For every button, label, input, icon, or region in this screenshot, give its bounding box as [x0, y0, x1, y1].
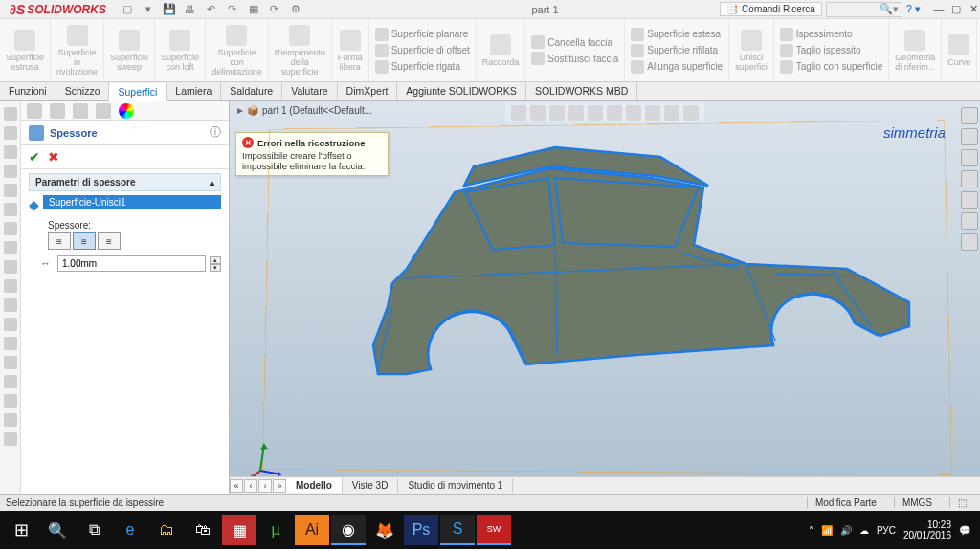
- save-icon[interactable]: 💾: [162, 2, 177, 17]
- 3d-viewport[interactable]: — ▢ ✕ ▸ 📦 part 1 (Default<<Default...: [230, 101, 980, 494]
- tool-icon[interactable]: [4, 432, 17, 446]
- tool-icon[interactable]: [4, 318, 17, 331]
- cmd-fill-surface[interactable]: Riempimento della superficie: [269, 19, 332, 81]
- tray-chevron-icon[interactable]: ˄: [809, 525, 813, 536]
- options-icon[interactable]: ⚙: [288, 2, 303, 17]
- explorer-icon[interactable]: 🗂: [149, 515, 184, 545]
- tray-volume-icon[interactable]: 🔊: [840, 525, 852, 536]
- rebuild-icon[interactable]: ⟳: [267, 2, 282, 17]
- cmd-boundary-surface[interactable]: Superficie con delimitazione: [206, 19, 269, 81]
- scene-icon[interactable]: [664, 105, 679, 121]
- tool-icon[interactable]: [4, 279, 17, 293]
- tab-saldature[interactable]: Saldature: [221, 82, 282, 100]
- tab-last[interactable]: »: [273, 479, 286, 493]
- config-manager-icon[interactable]: [73, 103, 88, 119]
- ok-button[interactable]: ✔: [29, 149, 40, 165]
- bottom-tab-studio-di-movimento-1[interactable]: Studio di movimento 1: [398, 478, 513, 493]
- cancel-button[interactable]: ✖: [48, 149, 59, 165]
- tool-icon[interactable]: [4, 260, 17, 274]
- redo-icon[interactable]: ↷: [225, 2, 240, 17]
- firefox-icon[interactable]: 🦊: [368, 515, 402, 545]
- tool-icon[interactable]: [4, 394, 17, 408]
- forum-icon[interactable]: [961, 233, 978, 251]
- undo-icon[interactable]: ↶: [204, 2, 219, 17]
- viewport-breadcrumb[interactable]: ▸ 📦 part 1 (Default<<Default...: [237, 103, 372, 117]
- new-icon[interactable]: ▢: [120, 2, 135, 17]
- view-orient-icon[interactable]: [588, 105, 603, 121]
- cmd-sweep-surface[interactable]: Superficie sweep: [104, 19, 155, 81]
- hide-show-icon[interactable]: [626, 105, 641, 121]
- tray-network-icon[interactable]: 📶: [821, 525, 833, 536]
- file-explorer-icon[interactable]: [961, 149, 978, 166]
- tool-icon[interactable]: [4, 107, 17, 121]
- status-units[interactable]: MMGS: [894, 497, 940, 508]
- appearance-manager-icon[interactable]: [119, 103, 134, 119]
- tool-icon[interactable]: [4, 126, 17, 140]
- cmd-untrim-surface[interactable]: Allunga superficie: [631, 59, 723, 75]
- select-icon[interactable]: ▦: [246, 2, 261, 17]
- cmd-loft-surface[interactable]: Superficie con loft: [155, 19, 206, 81]
- property-manager-icon[interactable]: [50, 103, 65, 119]
- section-view-icon[interactable]: [568, 105, 584, 121]
- prev-view-icon[interactable]: [549, 105, 565, 121]
- status-extra-icon[interactable]: ⬚: [949, 497, 974, 508]
- bottom-tab-modello[interactable]: Modello: [286, 478, 343, 493]
- cmd-replace-face[interactable]: Sostituisci faccia: [531, 51, 618, 66]
- tool-icon[interactable]: [4, 222, 17, 235]
- direction-side2-button[interactable]: ≡: [98, 232, 121, 250]
- utorrent-icon[interactable]: µ: [258, 515, 293, 545]
- tab-solidworks-mbd[interactable]: SOLIDWORKS MBD: [526, 82, 637, 100]
- display-style-icon[interactable]: [607, 105, 622, 121]
- spin-down[interactable]: ▾: [210, 264, 221, 272]
- open-icon[interactable]: ▾: [141, 2, 156, 17]
- cmd-planar-surface[interactable]: Superficie planare: [375, 27, 469, 42]
- back-arrow-icon[interactable]: ▸: [237, 103, 243, 117]
- tab-superfici[interactable]: Superfici: [109, 83, 167, 101]
- tab-dimxpert[interactable]: DimXpert: [338, 82, 398, 100]
- search-taskbar-icon[interactable]: 🔍: [40, 515, 75, 545]
- panel-help-icon[interactable]: ⓘ: [210, 124, 221, 141]
- print-icon[interactable]: 🖶: [183, 2, 198, 17]
- zoom-fit-icon[interactable]: [511, 105, 526, 121]
- bottom-tab-viste-3d[interactable]: Viste 3D: [343, 478, 399, 493]
- cmd-offset-surface[interactable]: Superficie di offset: [375, 43, 470, 58]
- tab-prev[interactable]: ‹: [244, 479, 257, 493]
- tool-icon[interactable]: [4, 356, 17, 369]
- spin-up[interactable]: ▴: [210, 256, 221, 264]
- direction-both-button[interactable]: ≡: [73, 232, 96, 250]
- chrome-icon[interactable]: ◉: [331, 515, 366, 545]
- skype-icon[interactable]: S: [440, 515, 475, 545]
- sw-resources-icon[interactable]: [961, 107, 978, 124]
- cmd-delete-face[interactable]: Cancella faccia: [531, 34, 612, 50]
- appearances-icon[interactable]: [961, 191, 978, 209]
- section-header[interactable]: Parametri di spessore▴: [29, 173, 221, 191]
- cmd-extend-surface[interactable]: Superficie estesa: [631, 27, 721, 42]
- cmd-ref-geometry[interactable]: Geometria di riferim...: [889, 19, 942, 81]
- search-input[interactable]: 🔍▾: [826, 2, 902, 17]
- minimize-button[interactable]: —: [932, 3, 946, 15]
- cmd-thicken[interactable]: Ispessimento: [780, 27, 853, 42]
- tab-next[interactable]: ›: [258, 479, 272, 493]
- tool-icon[interactable]: [4, 413, 17, 427]
- cmd-fillet[interactable]: Raccorda: [477, 19, 526, 81]
- tool-icon[interactable]: [4, 241, 17, 254]
- tool-icon[interactable]: [4, 203, 17, 216]
- tool-icon[interactable]: [4, 337, 17, 350]
- tray-lang[interactable]: РУС: [877, 525, 896, 536]
- solidworks-taskbar-icon[interactable]: SW: [477, 515, 511, 545]
- system-tray[interactable]: ˄ 📶 🔊 ☁ РУС 10:2820/01/2016 💬: [809, 519, 976, 540]
- tray-onedrive-icon[interactable]: ☁: [859, 525, 869, 536]
- cmd-revolve-surface[interactable]: Superficie in rivoluzione: [51, 19, 104, 81]
- edge-icon[interactable]: e: [113, 515, 147, 545]
- cmd-extrude-surface[interactable]: Superficie estrusa: [0, 19, 51, 81]
- feature-tree-icon[interactable]: [27, 103, 42, 119]
- task-view-icon[interactable]: ⧉: [77, 515, 111, 545]
- thickness-input[interactable]: [57, 255, 206, 272]
- photoshop-icon[interactable]: Ps: [404, 515, 438, 545]
- tab-valutare[interactable]: Valutare: [282, 82, 337, 100]
- tab-aggiunte-solidworks[interactable]: Aggiunte SOLIDWORKS: [397, 82, 526, 100]
- tab-schizzo[interactable]: Schizzo: [56, 82, 110, 100]
- restore-button[interactable]: ▢: [949, 3, 963, 15]
- appearance-icon[interactable]: [645, 105, 660, 121]
- help-icon[interactable]: ? ▾: [906, 3, 921, 15]
